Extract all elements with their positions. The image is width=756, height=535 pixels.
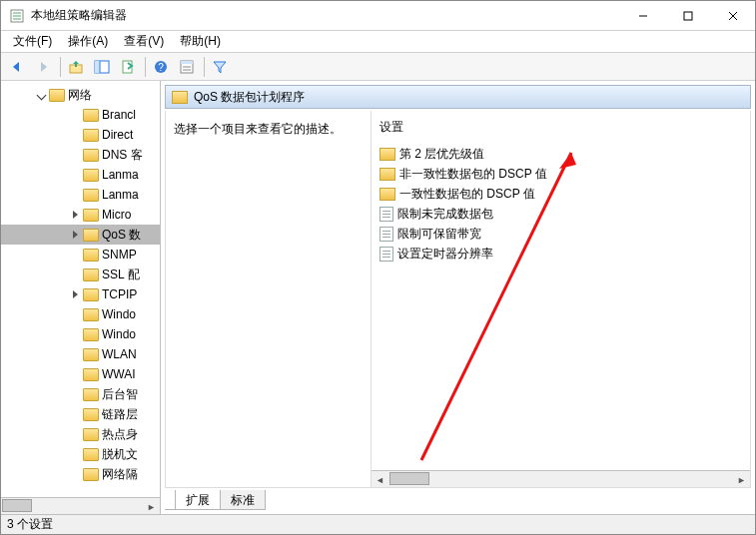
tree-item[interactable]: Direct (1, 125, 160, 145)
list-item[interactable]: 一致性数据包的 DSCP 值 (379, 184, 742, 204)
list-item-label: 一致性数据包的 DSCP 值 (399, 186, 535, 203)
tree-item[interactable]: Brancl (1, 105, 160, 125)
tab-extended[interactable]: 扩展 (175, 490, 221, 510)
expander-empty (69, 368, 81, 380)
tree-item[interactable]: 脱机文 (1, 444, 160, 464)
help-icon: ? (153, 59, 169, 75)
folder-icon (83, 249, 99, 262)
tree-item[interactable]: QoS 数 (1, 225, 160, 245)
filter-button[interactable] (208, 55, 232, 79)
minimize-button[interactable] (620, 1, 665, 30)
expander-empty (69, 388, 81, 400)
folder-icon (379, 148, 395, 161)
list-item[interactable]: 设置定时器分辨率 (379, 244, 742, 264)
tree-item[interactable]: WLAN (1, 344, 160, 364)
scroll-thumb[interactable] (2, 499, 32, 512)
status-text: 3 个设置 (7, 516, 53, 533)
list-horizontal-scrollbar[interactable]: ◄ ► (372, 470, 750, 487)
settings-column: 设置 第 2 层优先级值非一致性数据包的 DSCP 值一致性数据包的 DSCP … (372, 111, 750, 487)
tree-item-label: Direct (102, 128, 133, 142)
tree-item[interactable]: 网络隔 (1, 464, 160, 484)
export-button[interactable] (116, 55, 140, 79)
list-item[interactable]: 限制可保留带宽 (379, 224, 742, 244)
tree-item[interactable]: Micro (1, 205, 160, 225)
tree-item[interactable]: WWAI (1, 364, 160, 384)
menu-view[interactable]: 查看(V) (116, 31, 172, 52)
show-hide-tree-button[interactable] (90, 55, 114, 79)
list-item[interactable]: 非一致性数据包的 DSCP 值 (379, 164, 742, 184)
tree-item-label: Lanma (102, 168, 139, 182)
folder-icon (83, 149, 99, 162)
tree-item-label: 后台智 (102, 386, 138, 403)
expander-empty (69, 408, 81, 420)
expander-empty (69, 308, 81, 320)
up-button[interactable] (64, 55, 88, 79)
chevron-down-icon[interactable] (35, 89, 47, 101)
folder-icon (49, 89, 65, 102)
chevron-right-icon[interactable] (69, 209, 81, 221)
tree-item[interactable]: Windo (1, 304, 160, 324)
list-item[interactable]: 限制未完成数据包 (379, 204, 742, 224)
policy-icon (379, 227, 393, 242)
forward-button[interactable] (31, 55, 55, 79)
back-button[interactable] (5, 55, 29, 79)
close-icon (728, 11, 738, 21)
tab-standard[interactable]: 标准 (220, 490, 266, 510)
list-item[interactable]: 第 2 层优先级值 (379, 144, 742, 164)
policy-icon (379, 207, 393, 222)
right-pane: QoS 数据包计划程序 选择一个项目来查看它的描述。 设置 第 2 层优先级值非… (161, 81, 755, 514)
scroll-thumb[interactable] (389, 472, 429, 485)
tree-horizontal-scrollbar[interactable]: ◄ ► (1, 497, 160, 514)
tree-item[interactable]: SSL 配 (1, 265, 160, 284)
scroll-right-arrow[interactable]: ► (143, 498, 160, 514)
folder-icon (83, 348, 99, 361)
menu-file[interactable]: 文件(F) (5, 31, 60, 52)
statusbar: 3 个设置 (1, 514, 755, 534)
tree-item[interactable]: 后台智 (1, 384, 160, 404)
folder-icon (83, 169, 99, 182)
tab-lead (165, 490, 175, 510)
chevron-right-icon[interactable] (69, 229, 81, 241)
expander-empty (69, 129, 81, 141)
scroll-right-arrow[interactable]: ► (733, 471, 750, 487)
menu-help[interactable]: 帮助(H) (172, 31, 229, 52)
scroll-left-arrow[interactable]: ◄ (372, 471, 388, 487)
folder-icon (83, 468, 99, 481)
tree-item-label: QoS 数 (102, 227, 141, 244)
tabs-row: 扩展 标准 (165, 488, 751, 510)
folder-icon (83, 288, 99, 301)
close-button[interactable] (710, 1, 755, 30)
chevron-right-icon[interactable] (69, 288, 81, 300)
tree-item[interactable]: TCPIP (1, 284, 160, 304)
expander-empty (69, 109, 81, 121)
funnel-icon (212, 59, 228, 75)
settings-header[interactable]: 设置 (379, 119, 742, 136)
properties-button[interactable] (175, 55, 199, 79)
tree-item-label: Windo (102, 307, 136, 321)
tree-item-label: TCPIP (102, 287, 137, 301)
tree-item-label: 脱机文 (102, 446, 138, 463)
tree-item-label: Windo (102, 327, 136, 341)
tree-item[interactable]: 热点身 (1, 424, 160, 444)
arrow-right-icon (35, 59, 51, 75)
properties-icon (179, 59, 195, 75)
tree-item[interactable]: SNMP (1, 245, 160, 265)
toolbar: ? (1, 53, 755, 81)
policy-icon (379, 247, 393, 262)
expander-empty (69, 448, 81, 460)
folder-icon (83, 189, 99, 202)
tree-item[interactable]: Windo (1, 324, 160, 344)
tree-item[interactable]: Lanma (1, 165, 160, 185)
maximize-button[interactable] (665, 1, 710, 30)
tree-item[interactable]: 链路层 (1, 404, 160, 424)
tree-root[interactable]: 网络 (1, 85, 160, 105)
tree-item-label: 网络隔 (102, 466, 138, 483)
tree-item[interactable]: DNS 客 (1, 145, 160, 165)
tree-item[interactable]: Lanma (1, 185, 160, 205)
folder-icon (83, 408, 99, 421)
description-hint: 选择一个项目来查看它的描述。 (174, 121, 363, 138)
menu-action[interactable]: 操作(A) (60, 31, 116, 52)
folder-icon (83, 448, 99, 461)
help-button[interactable]: ? (149, 55, 173, 79)
folder-icon (83, 129, 99, 142)
